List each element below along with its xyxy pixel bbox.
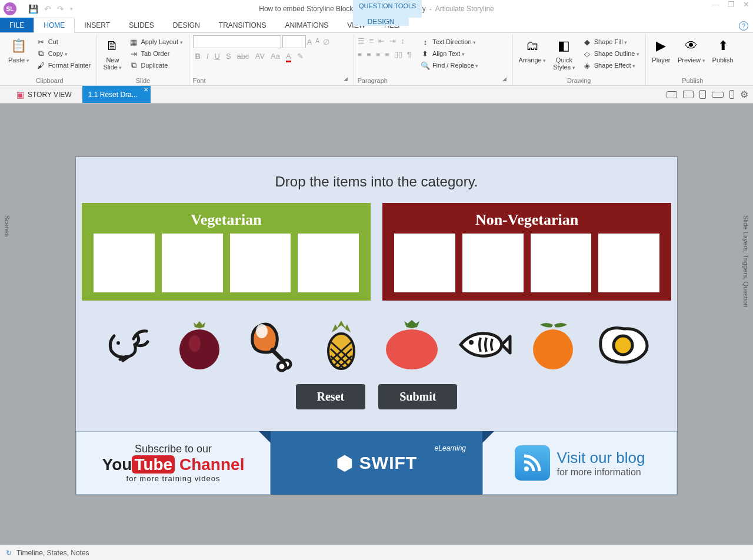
find-replace-button[interactable]: 🔍Find / Replace	[418, 60, 481, 71]
timeline-icon[interactable]: ↻	[6, 549, 12, 557]
scenes-panel-label[interactable]: Scenes	[4, 215, 11, 237]
phone-portrait-icon[interactable]	[729, 90, 734, 99]
outdent-icon[interactable]: ⇤	[378, 36, 385, 45]
font-color-icon[interactable]: A	[286, 52, 291, 62]
reset-button[interactable]: Reset	[296, 384, 366, 409]
tab-insert[interactable]: INSERT	[75, 18, 119, 32]
shadow-icon[interactable]: S	[226, 52, 231, 62]
maximize-icon[interactable]: ❐	[728, 0, 735, 9]
item-chicken-leg[interactable]	[244, 318, 297, 371]
font-size-select[interactable]	[282, 35, 306, 48]
undo-icon[interactable]: ↶	[44, 4, 51, 14]
grow-font-icon[interactable]: A	[307, 38, 312, 46]
help-icon[interactable]: ?	[739, 21, 748, 31]
phone-landscape-icon[interactable]	[712, 92, 724, 98]
preview-button[interactable]: 👁Preview	[675, 35, 708, 76]
italic-icon[interactable]: I	[206, 52, 209, 62]
paste-button[interactable]: 📋 Paste	[6, 35, 32, 76]
drop-slot[interactable]	[394, 234, 455, 292]
desktop-icon[interactable]	[667, 91, 677, 98]
drop-slot[interactable]	[94, 234, 155, 292]
arrange-button[interactable]: 🗂Arrange	[517, 35, 549, 76]
numbering-icon[interactable]: ≡	[369, 36, 374, 45]
category-non-vegetarian[interactable]: Non-Vegetarian	[382, 203, 671, 301]
align-text-button[interactable]: ⬍Align Text	[418, 48, 481, 59]
align-left-icon[interactable]: ≡	[358, 50, 362, 59]
tablet-portrait-icon[interactable]	[699, 90, 706, 99]
tab-slides[interactable]: SLIDES	[119, 18, 164, 32]
tablet-landscape-icon[interactable]	[683, 91, 694, 98]
minimize-icon[interactable]: —	[712, 0, 719, 9]
slide-tab-active[interactable]: 1.1 Reset Dra... ✕	[82, 86, 151, 103]
cut-button[interactable]: ✂Cut	[34, 36, 94, 47]
drop-slot[interactable]	[230, 234, 291, 292]
item-pomegranate[interactable]	[173, 318, 226, 371]
item-orange[interactable]	[527, 318, 580, 371]
clear-format-icon[interactable]: ∅	[323, 38, 329, 46]
shape-fill-button[interactable]: ◆Shape Fill	[580, 36, 642, 47]
text-direction-button[interactable]: ↕Text Direction	[418, 36, 481, 47]
drop-slot[interactable]	[531, 234, 592, 292]
category-vegetarian[interactable]: Vegetarian	[82, 203, 371, 301]
qat-more-icon[interactable]: ▾	[70, 6, 73, 12]
bullets-icon[interactable]: ☰	[358, 36, 365, 45]
shape-effect-button[interactable]: ◈Shape Effect	[580, 60, 642, 71]
item-egg[interactable]	[598, 318, 651, 371]
save-icon[interactable]: 💾	[28, 4, 38, 14]
shape-outline-button[interactable]: ◇Shape Outline	[580, 48, 642, 59]
tab-transitions[interactable]: TRANSITIONS	[209, 18, 276, 32]
drop-slot[interactable]	[298, 234, 359, 292]
slide-canvas[interactable]: Drop the items into the category. Vegeta…	[75, 156, 678, 495]
align-center-icon[interactable]: ≡	[366, 50, 371, 59]
duplicate-button[interactable]: ⧉Duplicate	[126, 60, 185, 71]
shrink-font-icon[interactable]: A	[315, 38, 319, 46]
linespacing-icon[interactable]: ↕	[401, 36, 405, 45]
change-case-icon[interactable]: Aa	[271, 52, 280, 62]
rtl-icon[interactable]: ¶	[407, 50, 411, 59]
bold-icon[interactable]: B	[195, 52, 201, 62]
story-view-button[interactable]: ▣ STORY VIEW	[9, 86, 79, 103]
tab-order-button[interactable]: ⇥Tab Order	[126, 48, 185, 59]
drop-slot[interactable]	[598, 234, 659, 292]
font-dialog-launcher[interactable]: ◢	[206, 76, 350, 85]
char-spacing-icon[interactable]: AV	[255, 52, 265, 62]
indent-icon[interactable]: ⇥	[389, 36, 396, 45]
youtube-subscribe-box[interactable]: Subscribe to our YouTube Channel for mor…	[76, 431, 271, 495]
copy-button[interactable]: ⧉Copy	[34, 48, 94, 59]
status-tabs[interactable]: Timeline, States, Notes	[16, 549, 89, 557]
para-dialog-launcher[interactable]: ◢	[388, 76, 509, 85]
svg-point-2	[189, 335, 201, 352]
publish-button[interactable]: ⬆Publish	[710, 35, 736, 76]
tab-animations[interactable]: ANIMATIONS	[276, 18, 338, 32]
apply-layout-button[interactable]: ▦Apply Layout	[126, 36, 185, 47]
drop-slot[interactable]	[162, 234, 223, 292]
tab-home[interactable]: HOME	[34, 18, 75, 33]
justify-icon[interactable]: ≡	[385, 50, 389, 59]
tab-file[interactable]: FILE	[0, 18, 34, 32]
drop-slot[interactable]	[462, 234, 524, 292]
underline-icon[interactable]: U	[215, 52, 220, 62]
align-right-icon[interactable]: ≡	[376, 50, 381, 59]
item-tomato[interactable]	[385, 318, 438, 371]
item-fish[interactable]	[456, 318, 509, 371]
tab-close-icon[interactable]: ✕	[144, 86, 148, 93]
settings-icon[interactable]: ⚙	[740, 89, 748, 100]
tab-question-design[interactable]: DESIGN	[353, 18, 409, 26]
new-slide-button[interactable]: 🗎 New Slide	[101, 35, 124, 76]
submit-button[interactable]: Submit	[378, 384, 457, 409]
strike-icon[interactable]: abc	[237, 52, 249, 62]
columns-icon[interactable]: ▯▯	[394, 50, 402, 59]
player-button[interactable]: ▶Player	[649, 35, 673, 76]
quick-styles-button[interactable]: ◧Quick Styles	[551, 35, 577, 76]
tab-design[interactable]: DESIGN	[164, 18, 209, 32]
item-pineapple[interactable]	[315, 318, 368, 371]
blog-link-box[interactable]: Visit our blog for more information	[482, 431, 677, 495]
swift-logo-box[interactable]: ⬢ SWIFT eLearning	[271, 431, 482, 495]
right-panels-label[interactable]: Slide Layers, Triggers, Question	[742, 215, 749, 308]
format-painter-button[interactable]: 🖌Format Painter	[34, 60, 94, 71]
redo-icon[interactable]: ↷	[57, 4, 64, 14]
item-shrimp[interactable]	[102, 318, 155, 371]
highlight-icon[interactable]: ✎	[297, 52, 304, 62]
close-icon[interactable]: ✕	[743, 0, 749, 9]
font-family-select[interactable]	[193, 35, 281, 48]
